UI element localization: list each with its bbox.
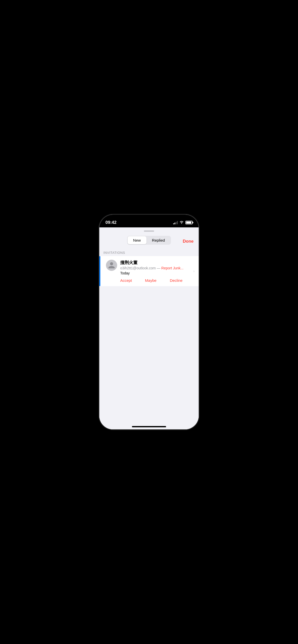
decline-button[interactable]: Decline xyxy=(170,278,195,283)
status-icons xyxy=(173,220,193,225)
item-content: 撞荆火董 o3ih2tt1@outlook.com — Report Junk.… xyxy=(120,260,195,283)
status-bar: 09:42 xyxy=(99,215,199,227)
sender-name: 撞荆火董 xyxy=(120,260,195,266)
left-accent xyxy=(99,256,100,286)
bottom-spacer xyxy=(99,286,199,429)
done-button[interactable]: Done xyxy=(183,237,194,246)
section-header: INVITATIONS xyxy=(99,249,199,256)
sheet-handle xyxy=(144,230,154,232)
chevron-right-icon: › xyxy=(193,269,195,273)
avatar xyxy=(106,260,117,271)
modal-sheet: New Replied Done INVITATIONS 撞荆火董 xyxy=(99,227,199,429)
accept-button[interactable]: Accept xyxy=(120,278,145,283)
sheet-handle-area xyxy=(99,227,199,234)
invitation-item[interactable]: 撞荆火董 o3ih2tt1@outlook.com — Report Junk.… xyxy=(99,256,199,286)
email-row: o3ih2tt1@outlook.com — Report Junk... xyxy=(120,266,195,270)
toolbar: New Replied Done xyxy=(99,234,199,249)
home-indicator xyxy=(132,426,166,427)
segmented-control[interactable]: New Replied xyxy=(127,236,171,245)
signal-icon xyxy=(173,221,178,224)
new-tab-button[interactable]: New xyxy=(128,236,146,244)
maybe-button[interactable]: Maybe xyxy=(145,278,170,283)
report-junk-link[interactable]: Report Junk... xyxy=(161,266,183,270)
status-time: 09:42 xyxy=(105,220,116,225)
battery-icon xyxy=(185,221,193,224)
wifi-icon xyxy=(179,220,184,225)
action-buttons: Accept Maybe Decline xyxy=(120,278,195,283)
replied-tab-button[interactable]: Replied xyxy=(146,236,171,244)
email-separator: — xyxy=(156,266,161,270)
invitation-date: Today xyxy=(120,271,195,275)
sender-email: o3ih2tt1@outlook.com xyxy=(120,266,156,270)
main-content: New Replied Done INVITATIONS 撞荆火董 xyxy=(99,227,199,429)
